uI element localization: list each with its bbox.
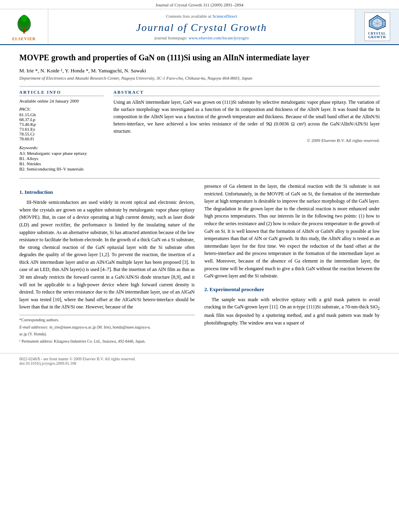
keywords-section: Keywords: A3. Metalorganic vapor phase e… [19,145,104,171]
copyright: © 2009 Elsevier B.V. All rights reserved… [113,138,380,143]
kw-item-1: A3. Metalorganic vapor phase epitaxy [19,151,104,156]
body-column-left: 1. Introduction III-Nitride semiconducto… [19,183,195,345]
affiliation: Department of Electronics and Akasaki Re… [19,76,380,80]
footnotes: *Corresponding authors. E-mail addresses… [19,315,195,344]
main-content: MOVPE growth and properties of GaN on (1… [0,45,399,353]
keywords-label: Keywords: [19,145,104,150]
kw-item-3: B1. Nitrides [19,161,104,166]
pacs-item-4: 73.61.Ey [19,127,104,131]
body-section: 1. Introduction III-Nitride semiconducto… [19,183,380,345]
intro-paragraph-1: III-Nitride semiconductors are used wide… [19,199,195,311]
author-list: M. Irie *, N. Koide ¹, Y. Honda *, M. Ya… [19,68,146,74]
section-2-number: 2. [204,286,210,292]
pacs-section: PACS: 81.15.Gh 68.37.Lp 73.40.Kp 73.61.E… [19,107,104,141]
crystal-growth-logo: CRYSTALGROWTH [355,9,399,44]
right-paragraph-2: The sample was made with selective epita… [204,296,380,327]
science-direct-link[interactable]: ScienceDirect [212,14,237,18]
journal-header: ELSEVIER Contents lists available at Sci… [0,9,399,45]
elsevier-logo: ELSEVIER [0,9,48,44]
journal-title: Journal of Crystal Growth [136,22,267,34]
page-footer: 0022-0248/$ - see front matter © 2009 El… [0,353,399,367]
body-column-right: presence of Ga element in the layer, the… [204,183,380,345]
journal-center: Contents lists available at ScienceDirec… [48,9,355,44]
article-info-label: ARTICLE INFO [19,90,104,96]
section-2-heading: 2. Experimental procedure [204,286,380,294]
divider-1 [19,86,380,86]
right-paragraph-1: presence of Ga element in the layer, the… [204,183,380,280]
journal-homepage-link[interactable]: www.elsevier.com/locate/jcrysgro [189,35,249,40]
crystal-icon [367,14,387,31]
abstract-column: ABSTRACT Using an AlInN intermediate lay… [113,90,380,172]
authors: M. Irie *, N. Koide ¹, Y. Honda *, M. Ya… [19,68,380,74]
divider-2 [19,178,380,179]
footnote-permanent: ¹ Permanent address: Kitagawa Industries… [19,338,195,345]
pacs-item-1: 81.15.Gh [19,112,104,117]
footer-doi-line: 0022-0248/$ - see front matter © 2009 El… [19,357,380,361]
science-direct-line: Contents lists available at ScienceDirec… [166,14,237,18]
available-online-text: Available online 24 January 2009 [19,99,79,103]
footnote-corresponding: *Corresponding authors. [19,317,195,323]
footer-doi: doi:10.1016/j.jcrysgro.2009.01.108 [19,361,380,366]
available-online: Available online 24 January 2009 [19,99,104,103]
elsevier-label: ELSEVIER [12,37,36,41]
section-1-number: 1. [19,189,25,195]
svg-rect-4 [23,27,25,31]
kw-item-4: B2. Semiconducting III–V materials [19,166,104,171]
kw-item-2: B1. Alloys [19,156,104,161]
section-2-title: Experimental procedure [210,286,264,292]
footnote-email-2: ac.jp (Y. Honda). [19,331,195,337]
article-info-column: ARTICLE INFO Available online 24 January… [19,90,104,172]
article-title: MOVPE growth and properties of GaN on (1… [19,52,380,63]
section-1-heading: 1. Introduction [19,188,195,196]
citation-text: Journal of Crystal Growth 311 (2009) 289… [156,2,243,7]
abstract-text: Using an AlInN intermediate layer, GaN w… [113,99,380,135]
pacs-item-2: 68.37.Lp [19,117,104,122]
footnote-email-label: E-mail addresses: m_irie@nuee.nagoya-u.a… [19,324,195,331]
pacs-item-3: 73.40.Kp [19,122,104,127]
section-1-title: Introduction [25,189,53,195]
svg-point-3 [21,14,27,22]
citation-bar: Journal of Crystal Growth 311 (2009) 289… [0,0,399,9]
crystal-logo-label: CRYSTALGROWTH [367,32,387,39]
elsevier-tree-icon [12,13,36,35]
abstract-label: ABSTRACT [113,90,380,96]
article-meta-section: ARTICLE INFO Available online 24 January… [19,90,380,172]
pacs-label: PACS: [19,107,104,111]
pacs-item-6: 78.60.Fi [19,136,104,141]
journal-homepage-line: journal homepage: www.elsevier.com/locat… [154,35,249,40]
pacs-item-5: 78.55.Cr [19,131,104,136]
